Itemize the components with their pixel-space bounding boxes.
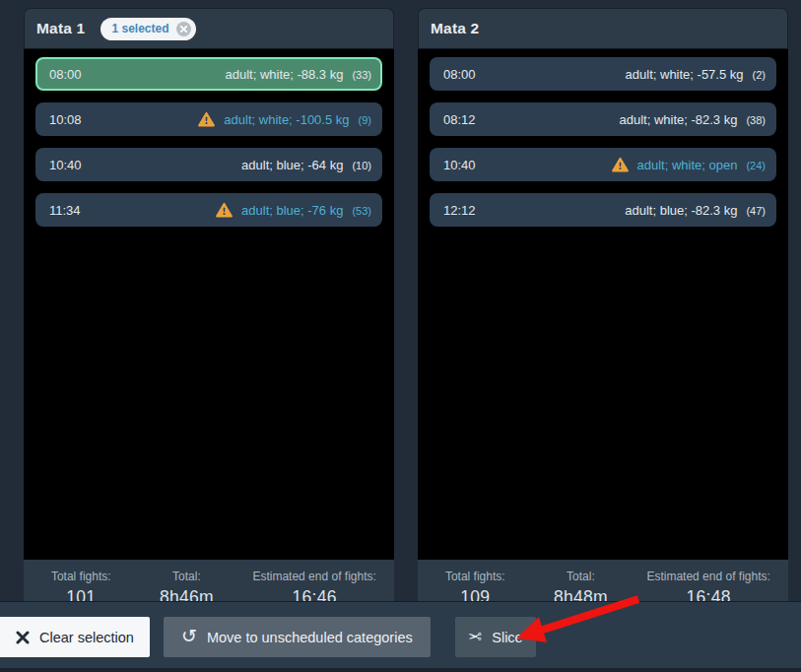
row-category: adult; white; -88.3 kg	[225, 67, 343, 82]
selection-action-toolbar: Clear selection ↺ Move to unscheduled ca…	[0, 601, 801, 672]
mat-2-schedule-list: 08:00 adult; white; -57.5 kg (2) 08:12 a…	[418, 49, 788, 560]
clear-selection-button[interactable]: Clear selection	[0, 617, 150, 657]
mat-2-header: Mata 2	[418, 8, 788, 49]
clear-selection-label: Clear selection	[39, 630, 134, 645]
scissors-icon: ✂	[468, 629, 482, 645]
schedule-row[interactable]: 10:40 adult; white; open (24)	[430, 148, 776, 181]
row-category: adult; blue; -82.3 kg	[625, 203, 737, 218]
row-category: adult; blue; -76 kg	[241, 203, 343, 218]
schedule-row[interactable]: 08:00 adult; white; -88.3 kg (33)	[35, 57, 382, 91]
selection-count-label: 1 selected	[111, 22, 168, 35]
x-icon	[16, 631, 30, 644]
selection-count-badge[interactable]: 1 selected	[100, 18, 195, 40]
row-fight-count: (47)	[746, 205, 766, 217]
stat-label: Total fights:	[24, 570, 139, 583]
row-fight-count: (2)	[753, 69, 766, 81]
warning-icon	[612, 157, 629, 172]
schedule-row[interactable]: 12:12 adult; blue; -82.3 kg (47)	[430, 193, 776, 227]
row-time: 12:12	[443, 203, 476, 218]
move-to-unscheduled-button[interactable]: ↺ Move to unscheduled categories	[164, 617, 431, 657]
stat-label: Total:	[139, 570, 235, 583]
mat-1-title: Mata 1	[36, 20, 85, 37]
row-time: 11:34	[49, 203, 81, 218]
row-fight-count: (33)	[352, 69, 371, 81]
slice-label: Slice	[492, 630, 522, 645]
warning-icon	[198, 111, 215, 127]
clear-badge-close-icon[interactable]	[176, 22, 191, 36]
slice-button[interactable]: ✂ Slice	[455, 617, 536, 657]
schedule-row[interactable]: 08:00 adult; white; -57.5 kg (2)	[430, 57, 776, 91]
row-category: adult; white; -82.3 kg	[619, 112, 737, 127]
row-time: 10:40	[443, 158, 476, 172]
schedule-row[interactable]: 10:08 adult; white; -100.5 kg (9)	[35, 102, 382, 136]
row-fight-count: (24)	[746, 160, 766, 171]
move-to-unscheduled-label: Move to unscheduled categories	[207, 630, 413, 645]
row-time: 10:40	[49, 158, 82, 172]
row-category: adult; white; -100.5 kg	[224, 112, 349, 127]
row-fight-count: (53)	[352, 205, 371, 217]
schedule-row[interactable]: 10:40 adult; blue; -64 kg (10)	[35, 148, 382, 181]
warning-icon	[216, 202, 233, 218]
schedule-row[interactable]: 08:12 adult; white; -82.3 kg (38)	[430, 102, 776, 136]
mat-2-title: Mata 2	[431, 20, 479, 37]
schedule-row[interactable]: 11:34 adult; blue; -76 kg (53)	[35, 193, 382, 227]
mat-1-header: Mata 1 1 selected	[24, 8, 394, 49]
row-category: adult; white; -57.5 kg	[626, 67, 744, 82]
row-category: adult; blue; -64 kg	[241, 158, 343, 172]
row-time: 10:08	[49, 112, 82, 127]
mat-panel-2: Mata 2 08:00 adult; white; -57.5 kg (2) …	[418, 8, 788, 658]
row-time: 08:00	[443, 67, 476, 82]
row-time: 08:00	[49, 67, 82, 82]
mat-panel-1: Mata 1 1 selected 08:00 adult; white; -8…	[24, 8, 394, 658]
stat-label: Estimated end of fights:	[629, 570, 788, 583]
row-fight-count: (10)	[352, 160, 371, 171]
row-time: 08:12	[443, 112, 476, 127]
mat-1-schedule-list: 08:00 adult; white; -88.3 kg (33) 10:08 …	[24, 49, 394, 560]
row-fight-count: (9)	[359, 114, 371, 126]
stat-label: Total:	[533, 570, 630, 583]
row-category: adult; white; open	[637, 158, 738, 172]
undo-icon: ↺	[181, 627, 197, 645]
stat-label: Total fights:	[418, 570, 533, 583]
row-fight-count: (38)	[746, 114, 766, 126]
stat-label: Estimated end of fights:	[234, 570, 394, 583]
